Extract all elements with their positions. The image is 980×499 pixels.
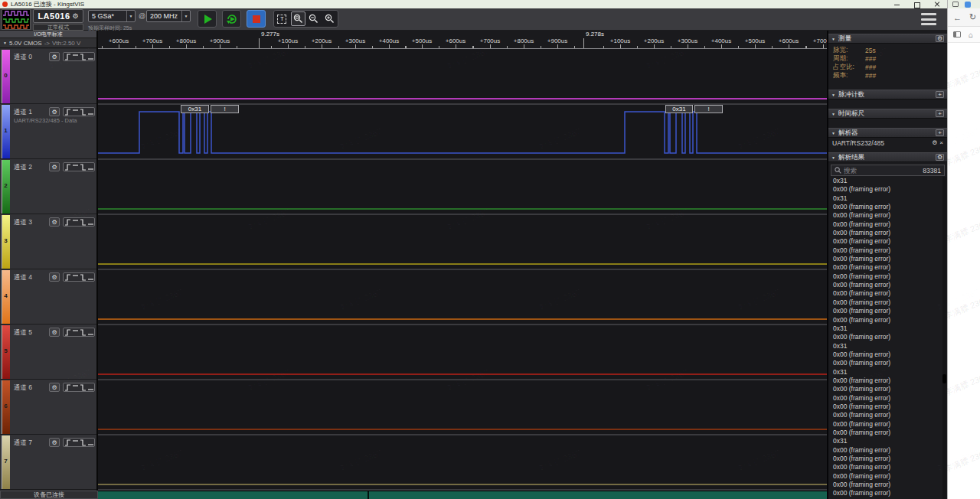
decode-annotation[interactable]: ! bbox=[694, 105, 723, 113]
channel-gear-icon[interactable]: ⚙ bbox=[49, 52, 60, 61]
decode-result-item[interactable]: 0x00 (framing error) bbox=[828, 455, 946, 463]
zoom-out-button[interactable] bbox=[306, 11, 321, 26]
decode-result-item[interactable]: 0x00 (framing error) bbox=[828, 220, 946, 229]
decoder-remove-icon[interactable]: × bbox=[939, 139, 943, 146]
trigger-low-level-button[interactable] bbox=[87, 163, 94, 171]
decode-result-item[interactable]: 0x00 (framing error) bbox=[828, 246, 946, 255]
decode-result-item[interactable]: 0x00 (framing error) bbox=[828, 211, 946, 220]
channel-row[interactable]: 3 通道 3 ⚙ bbox=[0, 214, 96, 269]
channel-row[interactable]: 6 通道 6 ⚙ bbox=[0, 380, 96, 435]
trigger-high-level-button[interactable] bbox=[71, 163, 79, 171]
section-pulse-count[interactable]: ▼ 脉冲计数 + bbox=[828, 90, 947, 99]
decode-result-item[interactable]: 0x31 bbox=[828, 325, 946, 333]
decode-result-item[interactable]: 0x00 (framing error) bbox=[828, 394, 946, 403]
decode-result-item[interactable]: 0x00 (framing error) bbox=[828, 403, 946, 411]
trigger-falling-edge-button[interactable] bbox=[79, 108, 87, 116]
decode-result-item[interactable]: 0x00 (framing error) bbox=[828, 229, 946, 237]
trigger-falling-edge-button[interactable] bbox=[79, 53, 87, 60]
decode-result-item[interactable]: 0x00 (framing error) bbox=[828, 481, 946, 489]
decode-result-item[interactable]: 0x31 bbox=[828, 437, 946, 445]
trigger-low-level-button[interactable] bbox=[87, 108, 94, 116]
decode-annotation[interactable]: 0x31 bbox=[665, 105, 693, 113]
results-search[interactable]: 83381 bbox=[831, 165, 945, 176]
cursor-tool-button[interactable]: T bbox=[275, 11, 289, 26]
decoder-item[interactable]: UART/RS232/485 ⚙ × bbox=[828, 138, 947, 148]
maximize-button[interactable] bbox=[913, 1, 921, 8]
decode-result-item[interactable]: 0x00 (framing error) bbox=[828, 272, 946, 281]
trigger-rising-edge-button[interactable] bbox=[64, 53, 71, 60]
trigger-rising-edge-button[interactable] bbox=[64, 163, 71, 171]
start-capture-button[interactable] bbox=[198, 10, 217, 28]
decode-result-item[interactable]: 0x00 (framing error) bbox=[828, 255, 946, 263]
decode-result-item[interactable]: 0x00 (framing error) bbox=[828, 289, 946, 298]
channel-gear-icon[interactable]: ⚙ bbox=[49, 383, 60, 392]
section-measure[interactable]: ▼ 测量 ⚙ bbox=[828, 34, 947, 44]
decode-result-item[interactable]: 0x31 bbox=[828, 342, 946, 351]
trigger-high-level-button[interactable] bbox=[71, 439, 79, 446]
add-time-ruler-button[interactable]: + bbox=[936, 110, 944, 117]
measure-settings-gear-icon[interactable]: ⚙ bbox=[936, 35, 944, 42]
trigger-falling-edge-button[interactable] bbox=[79, 273, 87, 281]
scrollbar-thumb[interactable] bbox=[942, 374, 946, 383]
voltage-level-selector[interactable]: ▼ 5.0V CMOS -> Vth:2.50 V bbox=[0, 38, 96, 48]
trigger-rising-edge-button[interactable] bbox=[64, 218, 71, 226]
decode-result-item[interactable]: 0x00 (framing error) bbox=[828, 377, 946, 385]
decode-result-item[interactable]: 0x00 (framing error) bbox=[828, 316, 946, 325]
channel-row[interactable]: 0 通道 0 ⚙ bbox=[0, 49, 96, 104]
section-decode-results[interactable]: ▼ 解析结果 ⚙ bbox=[828, 152, 947, 162]
decode-result-item[interactable]: 0x00 (framing error) bbox=[828, 281, 946, 289]
decode-result-item[interactable]: 0x00 (framing error) bbox=[828, 263, 946, 272]
channel-gear-icon[interactable]: ⚙ bbox=[49, 217, 60, 227]
trigger-low-level-button[interactable] bbox=[87, 328, 94, 336]
channel-row[interactable]: 4 通道 4 ⚙ bbox=[0, 269, 96, 325]
trigger-rising-edge-button[interactable] bbox=[64, 439, 71, 446]
decode-result-item[interactable]: 0x00 (framing error) bbox=[828, 429, 946, 437]
decode-annotation[interactable]: ! bbox=[211, 105, 239, 113]
decode-result-item[interactable]: 0x00 (framing error) bbox=[828, 307, 946, 315]
repeat-capture-button[interactable] bbox=[222, 10, 241, 28]
decode-result-item[interactable]: 0x00 (framing error) bbox=[828, 463, 946, 471]
time-ruler[interactable]: +600us+700us+800us+900us+100us+200us+300… bbox=[98, 31, 827, 49]
device-selector[interactable]: LA5016 ⚙ bbox=[33, 9, 83, 23]
channel-gear-icon[interactable]: ⚙ bbox=[49, 438, 60, 447]
trigger-rising-edge-button[interactable] bbox=[64, 108, 71, 116]
add-pulse-counter-button[interactable]: + bbox=[936, 91, 944, 98]
decode-result-item[interactable]: 0x00 (framing error) bbox=[828, 411, 946, 419]
side-panel-icon[interactable] bbox=[953, 31, 961, 38]
refresh-icon[interactable]: ↻ bbox=[969, 12, 976, 22]
trigger-high-level-button[interactable] bbox=[71, 273, 79, 281]
decode-result-item[interactable]: 0x00 (framing error) bbox=[828, 333, 946, 341]
channel-gear-icon[interactable]: ⚙ bbox=[49, 272, 60, 282]
app-tile-icon[interactable] bbox=[965, 2, 971, 8]
clock-select[interactable]: 200 MHz ▼ bbox=[146, 10, 191, 22]
trigger-falling-edge-button[interactable] bbox=[79, 383, 87, 391]
trigger-rising-edge-button[interactable] bbox=[64, 273, 71, 281]
channel-row[interactable]: 2 通道 2 ⚙ bbox=[0, 159, 96, 214]
search-input[interactable] bbox=[844, 167, 920, 174]
decode-result-item[interactable]: 0x00 (framing error) bbox=[828, 489, 946, 497]
decode-result-item[interactable]: 0x00 (framing error) bbox=[828, 237, 946, 246]
channel-row[interactable]: 1 通道 1 UART/RS232/485 - Data ⚙ bbox=[0, 104, 96, 159]
trigger-high-level-button[interactable] bbox=[71, 108, 79, 116]
decode-result-item[interactable]: 0x00 (framing error) bbox=[828, 359, 946, 367]
trigger-high-level-button[interactable] bbox=[71, 328, 79, 336]
decode-result-item[interactable]: 0x31 bbox=[828, 177, 946, 185]
decode-result-item[interactable]: 0x31 bbox=[828, 368, 946, 377]
back-icon[interactable]: ← bbox=[953, 13, 962, 22]
add-decoder-button[interactable]: + bbox=[936, 129, 944, 136]
trigger-low-level-button[interactable] bbox=[87, 218, 94, 226]
menu-button[interactable] bbox=[921, 13, 936, 25]
device-settings-gear-icon[interactable]: ⚙ bbox=[73, 13, 79, 20]
trigger-rising-edge-button[interactable] bbox=[64, 383, 71, 391]
channel-row[interactable]: 5 通道 5 ⚙ bbox=[0, 325, 96, 380]
decode-result-item[interactable]: 0x00 (framing error) bbox=[828, 472, 946, 481]
channel-gear-icon[interactable]: ⚙ bbox=[49, 328, 60, 337]
decode-result-item[interactable]: 0x00 (framing error) bbox=[828, 298, 946, 307]
decode-result-item[interactable]: 0x00 (framing error) bbox=[828, 420, 946, 429]
channel-row[interactable]: 7 通道 7 ⚙ bbox=[0, 435, 96, 490]
sample-rate-dropdown-icon[interactable]: ▼ bbox=[126, 11, 135, 21]
decode-result-item[interactable]: 0x00 (framing error) bbox=[828, 351, 946, 359]
decode-result-item[interactable]: 0x31 bbox=[828, 194, 946, 203]
sample-rate-select[interactable]: 5 GSa* ▼ bbox=[88, 10, 136, 22]
channel-gear-icon[interactable]: ⚙ bbox=[49, 107, 60, 116]
